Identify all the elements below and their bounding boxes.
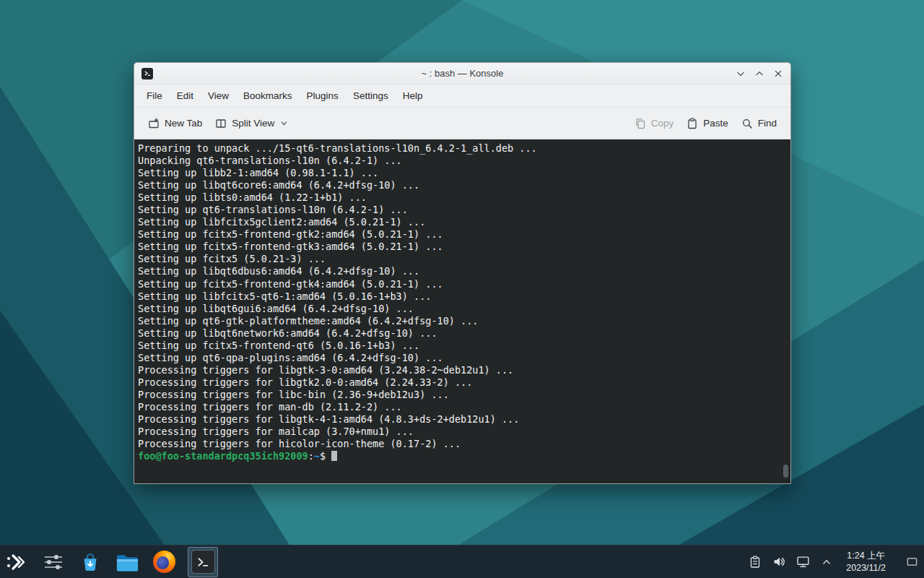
new-tab-icon (148, 118, 160, 129)
taskbar-firefox-button[interactable] (151, 549, 177, 575)
chevron-down-icon (279, 118, 289, 128)
menu-item-settings[interactable]: Settings (346, 87, 395, 104)
chevron-down-icon (734, 67, 747, 80)
chevron-up-icon (753, 67, 766, 80)
konsole-app-icon (141, 68, 153, 79)
menu-item-bookmarks[interactable]: Bookmarks (237, 87, 299, 104)
close-icon (772, 67, 785, 80)
terminal-output: Preparing to unpack .../15-qt6-translati… (138, 142, 780, 450)
display-tray-button[interactable] (796, 555, 810, 569)
digital-clock[interactable]: 1:24 上午 2023/11/2 (846, 550, 886, 574)
prompt-symbol: $ (320, 450, 326, 462)
window-titlebar[interactable]: ~ : bash — Konsole (134, 63, 790, 85)
split-view-icon (215, 118, 227, 129)
speaker-icon (772, 555, 786, 569)
clipboard-tray-button[interactable] (748, 555, 762, 569)
prompt-user-host: foo@foo-standardpcq35ich92009 (138, 450, 308, 462)
maximize-button[interactable] (751, 66, 767, 82)
clipboard-icon (749, 556, 762, 569)
find-label: Find (758, 118, 777, 129)
discover-icon (79, 551, 102, 574)
close-button[interactable] (770, 66, 786, 82)
tray-expander-button[interactable] (819, 555, 834, 569)
desktop: { "window": { "title": "~ : bash — Konso… (0, 0, 924, 578)
paste-label: Paste (703, 118, 728, 129)
show-desktop-button[interactable] (904, 548, 920, 577)
menu-item-plugins[interactable]: Plugins (300, 87, 345, 104)
new-tab-button[interactable]: New Tab (141, 113, 209, 134)
menu-item-help[interactable]: Help (396, 87, 430, 104)
new-tab-label: New Tab (165, 118, 202, 129)
copy-icon (635, 118, 646, 129)
copy-button[interactable]: Copy (628, 113, 681, 134)
konsole-window: ~ : bash — Konsole FileEditViewBookmarks… (134, 62, 791, 484)
find-button[interactable]: Find (735, 113, 783, 134)
menu-item-edit[interactable]: Edit (170, 87, 200, 104)
taskbar-konsole-button-active[interactable] (188, 547, 218, 577)
app-launcher-button[interactable] (4, 549, 30, 575)
volume-tray-button[interactable] (772, 555, 786, 569)
menu-item-file[interactable]: File (140, 87, 169, 104)
prompt-path: ~ (314, 450, 320, 462)
split-view-label: Split View (232, 118, 274, 129)
search-icon (741, 118, 753, 129)
clock-date: 2023/11/2 (846, 562, 886, 574)
paste-button[interactable]: Paste (680, 113, 735, 134)
terminal-prompt: foo@foo-standardpcq35ich92009:~$ (138, 450, 780, 462)
show-desktop-icon (906, 556, 918, 568)
konsole-icon (191, 550, 215, 574)
prompt-separator: : (308, 450, 314, 462)
copy-label: Copy (651, 118, 674, 129)
app-launcher-icon (6, 552, 27, 572)
menu-item-view[interactable]: View (201, 87, 235, 104)
toolbar: New Tab Split View Copy Past (134, 108, 790, 139)
folder-icon (116, 552, 139, 572)
monitor-icon (796, 555, 810, 569)
menubar: FileEditViewBookmarksPluginsSettingsHelp (134, 85, 790, 108)
taskbar-file-manager-button[interactable] (114, 549, 140, 575)
sliders-icon (43, 551, 64, 573)
window-title: ~ : bash — Konsole (134, 68, 790, 79)
clock-time: 1:24 上午 (847, 550, 885, 561)
terminal-scrollbar[interactable] (783, 465, 788, 478)
terminal-cursor (331, 451, 337, 461)
split-view-button[interactable]: Split View (209, 113, 295, 134)
terminal-view[interactable]: Preparing to unpack .../15-qt6-translati… (134, 139, 790, 483)
taskbar-discover-button[interactable] (77, 549, 103, 575)
firefox-icon (153, 551, 175, 573)
minimize-button[interactable] (733, 66, 749, 82)
task-settings-button[interactable] (40, 549, 66, 575)
paste-icon (687, 118, 698, 129)
caret-up-icon (821, 556, 832, 568)
taskbar-panel: 1:24 上午 2023/11/2 (0, 545, 924, 578)
